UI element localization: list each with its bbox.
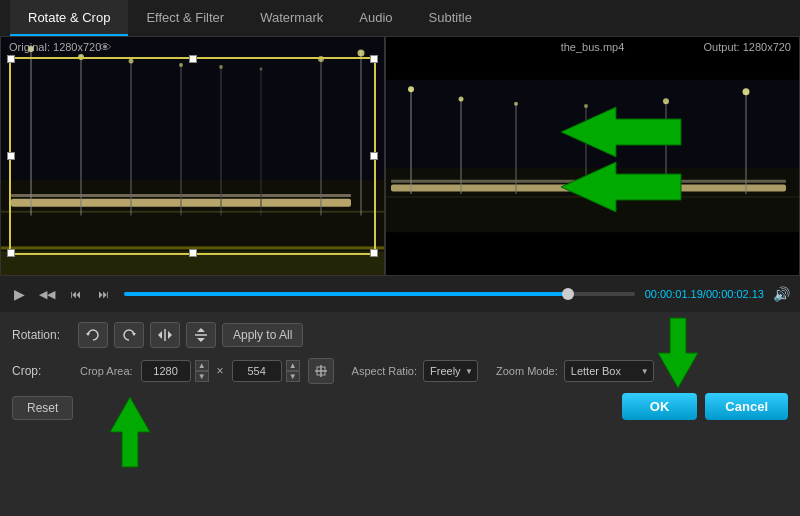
svg-rect-22 xyxy=(1,246,384,249)
crop-height-group: ▲ ▼ xyxy=(232,360,300,382)
svg-rect-20 xyxy=(1,211,384,213)
flip-horizontal-button[interactable] xyxy=(150,322,180,348)
video-scene-left xyxy=(1,37,384,275)
svg-marker-45 xyxy=(86,333,90,336)
ok-button[interactable]: OK xyxy=(622,393,698,420)
aspect-ratio-label: Aspect Ratio: xyxy=(352,365,417,377)
left-actions: Reset xyxy=(12,392,73,420)
svg-point-31 xyxy=(408,86,414,92)
svg-rect-29 xyxy=(391,180,786,183)
svg-marker-52 xyxy=(197,338,205,342)
crop-width-down[interactable]: ▼ xyxy=(195,371,209,382)
tab-audio[interactable]: Audio xyxy=(341,0,410,36)
apply-all-button[interactable]: Apply to All xyxy=(222,323,303,347)
video-preview-original: Original: 1280x720 👁 xyxy=(0,36,385,276)
rewind-button[interactable]: ◀◀ xyxy=(36,283,58,305)
crop-width-group: ▲ ▼ xyxy=(141,360,209,382)
svg-point-35 xyxy=(514,102,518,106)
confirm-buttons: OK Cancel xyxy=(622,393,788,420)
original-label: Original: 1280x720 xyxy=(9,41,101,53)
zoom-mode-label: Zoom Mode: xyxy=(496,365,558,377)
svg-point-17 xyxy=(318,56,324,62)
svg-rect-21 xyxy=(1,251,384,275)
svg-point-41 xyxy=(743,88,750,95)
svg-rect-42 xyxy=(386,196,799,197)
video-scene-right xyxy=(386,37,799,275)
eye-icon[interactable]: 👁 xyxy=(99,40,112,55)
zoom-mode-group: Zoom Mode: Letter Box Pan & Scan Full xyxy=(496,360,654,382)
cancel-button[interactable]: Cancel xyxy=(705,393,788,420)
svg-point-9 xyxy=(129,59,134,64)
tab-effect-filter[interactable]: Effect & Filter xyxy=(128,0,242,36)
video-area: Original: 1280x720 👁 xyxy=(0,36,800,276)
prev-frame-button[interactable]: ⏮ xyxy=(64,283,86,305)
progress-thumb[interactable] xyxy=(562,288,574,300)
aspect-ratio-select[interactable]: Freely 16:9 4:3 1:1 xyxy=(423,360,478,382)
svg-point-37 xyxy=(584,104,588,108)
rotation-label: Rotation: xyxy=(12,328,72,342)
svg-point-7 xyxy=(78,54,84,60)
zoom-mode-select-wrapper: Letter Box Pan & Scan Full xyxy=(564,360,654,382)
rotate-cw-button[interactable] xyxy=(114,322,144,348)
svg-rect-28 xyxy=(391,185,786,192)
bottom-row: Reset OK Cancel xyxy=(12,392,788,420)
controls-area: Rotation: xyxy=(0,312,800,430)
timeline-bar: ▶ ◀◀ ⏮ ⏭ 00:00:01.19/00:00:02.13 🔊 xyxy=(0,276,800,312)
svg-marker-51 xyxy=(197,328,205,332)
crop-label: Crop: xyxy=(12,364,72,378)
svg-marker-49 xyxy=(168,331,172,339)
svg-point-39 xyxy=(663,98,669,104)
rotate-ccw-button[interactable] xyxy=(78,322,108,348)
crop-width-spinner: ▲ ▼ xyxy=(195,360,209,382)
svg-point-15 xyxy=(260,68,263,71)
svg-point-11 xyxy=(179,63,183,67)
svg-marker-48 xyxy=(158,331,162,339)
svg-marker-46 xyxy=(132,333,136,336)
tab-rotate-crop[interactable]: Rotate & Crop xyxy=(10,0,128,36)
crop-width-input[interactable] xyxy=(141,360,191,382)
output-label: Output: 1280x720 xyxy=(704,41,791,53)
svg-marker-56 xyxy=(110,397,150,467)
time-display: 00:00:01.19/00:00:02.13 xyxy=(645,288,764,300)
crop-x-label: × xyxy=(217,364,224,378)
progress-fill xyxy=(124,292,573,296)
zoom-mode-select[interactable]: Letter Box Pan & Scan Full xyxy=(564,360,654,382)
volume-button[interactable]: 🔊 xyxy=(770,283,792,305)
crop-area-label: Crop Area: xyxy=(80,365,133,377)
aspect-ratio-select-wrapper: Freely 16:9 4:3 1:1 xyxy=(423,360,478,382)
aspect-ratio-group: Aspect Ratio: Freely 16:9 4:3 1:1 xyxy=(352,360,478,382)
crop-height-down[interactable]: ▼ xyxy=(286,371,300,382)
svg-point-13 xyxy=(219,65,223,69)
tab-subtitle[interactable]: Subtitle xyxy=(411,0,490,36)
tab-watermark[interactable]: Watermark xyxy=(242,0,341,36)
crop-height-up[interactable]: ▲ xyxy=(286,360,300,371)
center-crop-button[interactable] xyxy=(308,358,334,384)
svg-point-19 xyxy=(358,50,365,57)
bottom-left-arrow xyxy=(100,392,160,472)
svg-point-33 xyxy=(459,96,464,101)
crop-width-up[interactable]: ▲ xyxy=(195,360,209,371)
filename-label: the_bus.mp4 xyxy=(561,41,625,53)
play-button[interactable]: ▶ xyxy=(8,283,30,305)
tab-bar: Rotate & Crop Effect & Filter Watermark … xyxy=(0,0,800,36)
crop-row: Crop: Crop Area: ▲ ▼ × ▲ ▼ Aspect R xyxy=(12,358,788,384)
video-preview-output: the_bus.mp4 Output: 1280x720 xyxy=(385,36,800,276)
progress-bar[interactable] xyxy=(124,292,635,296)
next-frame-button[interactable]: ⏭ xyxy=(92,283,114,305)
flip-vertical-button[interactable] xyxy=(186,322,216,348)
svg-rect-27 xyxy=(386,168,799,232)
crop-height-spinner: ▲ ▼ xyxy=(286,360,300,382)
reset-button[interactable]: Reset xyxy=(12,396,73,420)
rotation-row: Rotation: xyxy=(12,322,788,348)
svg-rect-25 xyxy=(386,232,799,275)
crop-height-input[interactable] xyxy=(232,360,282,382)
